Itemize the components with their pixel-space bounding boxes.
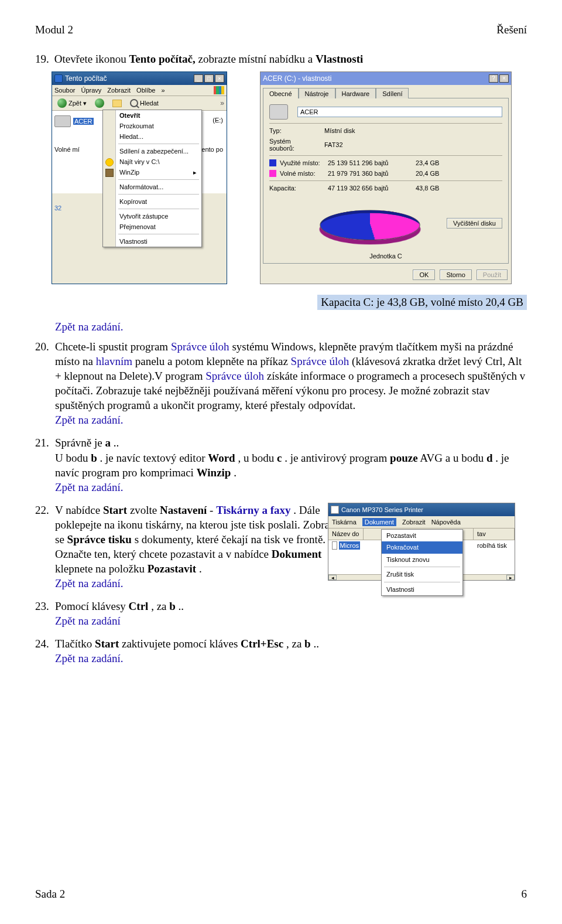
ctx-find[interactable]: Hledat...	[103, 131, 201, 142]
i22-m: .	[199, 562, 202, 575]
scroll-left-icon[interactable]: ◂	[328, 575, 337, 580]
ctx-share[interactable]: Sdílení a zabezpečení...	[103, 146, 201, 156]
type-label: Typ:	[269, 127, 315, 134]
cleanup-button[interactable]: Vyčištění disku	[447, 218, 502, 229]
context-menu: Otevřít Prozkoumat Hledat... Sdílení a z…	[102, 110, 202, 247]
back-link-24[interactable]: Zpět na zadání.	[55, 652, 124, 664]
page-header-left: Modul 2	[35, 23, 73, 36]
minimize-button[interactable]: _	[194, 74, 203, 83]
pmenu-dokument[interactable]: Dokument	[362, 518, 396, 527]
used-label: Využité místo:	[280, 159, 320, 166]
col-name: Název do	[328, 529, 364, 540]
tab-hardware[interactable]: Hardware	[335, 88, 376, 98]
i24-c: zaktivujete pomocí kláves	[122, 637, 241, 650]
i20-a: Chcete-li spustit program	[55, 340, 171, 353]
used-bytes: 25 139 511 296 bajtů	[328, 159, 416, 166]
item-20-number: 20.	[35, 339, 52, 427]
i22-f[interactable]: Tiskárny a faxy	[216, 504, 290, 516]
i20-link3[interactable]: Správce úloh	[291, 355, 349, 367]
i20-link4[interactable]: Správce úloh	[205, 370, 264, 382]
toolbar-more[interactable]: »	[220, 99, 224, 107]
free-label: Volné místo:	[280, 170, 316, 177]
capacity-highlight: Kapacita C: je 43,8 GB, volné místo 20,4…	[317, 295, 527, 310]
side-1: Volné mí	[54, 146, 80, 153]
pctx-pause[interactable]: Pozastavit	[382, 530, 462, 542]
fs-label: Systém souborů:	[269, 138, 315, 152]
maximize-button[interactable]: □	[204, 74, 214, 83]
tab-obecne[interactable]: Obecné	[263, 88, 299, 98]
drive-name-input[interactable]	[297, 107, 502, 117]
menu-soubor[interactable]: Soubor	[54, 87, 75, 94]
prop-tabs: Obecné Nástroje Hardware Sdílení	[261, 85, 511, 98]
back-link-21[interactable]: Zpět na zadání.	[55, 481, 124, 493]
back-link-23[interactable]: Zpět na zadání	[55, 615, 121, 627]
i22-c: zvolte	[130, 504, 160, 516]
tab-sdileni[interactable]: Sdílení	[376, 88, 409, 98]
help-button[interactable]: ?	[489, 74, 498, 83]
page-header-right: Řešení	[496, 23, 527, 36]
prop-titlebar: ACER (C:) - vlastnosti ? ×	[261, 72, 511, 85]
prop-panel: Typ:Místní disk Systém souborů:FAT32 Vyu…	[263, 98, 509, 264]
i20-link2[interactable]: hlavním	[96, 355, 132, 367]
printer-title: Canon MP370 Series Printer	[341, 506, 423, 514]
close-button[interactable]: ×	[499, 74, 509, 83]
ctx-open[interactable]: Otevřít	[103, 110, 201, 121]
i23-c: , za	[151, 600, 169, 612]
ctx-shortcut[interactable]: Vytvořit zástupce	[103, 211, 201, 221]
ctx-av-label: Najít viry v C:\	[119, 158, 159, 165]
i20-e: panelu a potom klepněte na příkaz	[135, 355, 291, 367]
chevron-right-icon: ▸	[193, 169, 197, 176]
item-23-number: 23.	[35, 599, 52, 628]
pctx-continue[interactable]: Pokračovat	[382, 541, 462, 554]
unit-label: Jednotka C	[269, 253, 502, 260]
screenshot-vlastnosti: ACER (C:) - vlastnosti ? × Obecné Nástro…	[260, 71, 512, 284]
back-link-19[interactable]: Zpět na zadání.	[55, 320, 124, 333]
ok-button[interactable]: OK	[413, 270, 435, 280]
tpc-toolbar: Zpět ▾ Hledat »	[52, 96, 227, 111]
menu-zobrazit[interactable]: Zobrazit	[107, 87, 131, 94]
forward-button[interactable]	[92, 97, 107, 109]
pmenu-napoveda[interactable]: Nápověda	[431, 518, 461, 527]
ctx-winzip[interactable]: WinZip ▸	[103, 167, 201, 178]
ctx-copy[interactable]: Kopírovat	[103, 196, 201, 207]
apply-button[interactable]: Použít	[477, 270, 508, 280]
drive-suffix: (E:)	[213, 117, 223, 124]
ctx-props[interactable]: Vlastnosti	[103, 236, 201, 247]
footer-right: 6	[522, 888, 527, 901]
pmenu-tiskarna[interactable]: Tiskárna	[332, 518, 357, 527]
i21-2g: . je antivirový program	[285, 452, 390, 464]
close-button[interactable]: ×	[215, 74, 224, 83]
back-link-22[interactable]: Zpět na zadání.	[55, 577, 124, 589]
i21-1c: ..	[114, 437, 119, 449]
search-button[interactable]: Hledat	[127, 98, 162, 108]
pctx-restart[interactable]: Tisknout znovu	[382, 554, 462, 566]
back-button[interactable]: Zpět ▾	[54, 97, 90, 109]
screenshot-tento-pocitac: Tento počítač _ □ × Soubor Úpravy Zobraz…	[52, 71, 227, 284]
i24-b: Start	[95, 637, 119, 650]
item-22-number: 22.	[35, 503, 52, 591]
side-2: ento po	[201, 146, 223, 153]
ctx-format[interactable]: Naformátovat...	[103, 182, 201, 192]
i21-2a: U bodu	[55, 452, 91, 464]
i24-d: Ctrl+Esc	[241, 637, 283, 650]
pctx-cancel[interactable]: Zrušit tisk	[382, 568, 462, 581]
item-20: 20. Chcete-li spustit program Správce úl…	[35, 339, 527, 427]
i19-t2: zobrazte místní nabídku a	[198, 53, 316, 65]
menu-more[interactable]: »	[162, 87, 165, 94]
ctx-av[interactable]: Najít viry v C:\	[103, 156, 201, 167]
menu-oblibene[interactable]: Oblíbe	[136, 87, 155, 94]
tpc-body: ACER (E:) Volné mí ento po Otevřít Prozk…	[52, 111, 227, 193]
back-link-20[interactable]: Zpět na zadání.	[55, 414, 124, 426]
tab-nastroje[interactable]: Nástroje	[299, 88, 335, 98]
ctx-explore[interactable]: Prozkoumat	[103, 121, 201, 131]
pmenu-zobrazit[interactable]: Zobrazit	[402, 518, 426, 527]
pctx-props[interactable]: Vlastnosti	[382, 584, 462, 596]
up-button[interactable]	[109, 98, 125, 108]
scroll-right-icon[interactable]: ▸	[506, 575, 515, 580]
i20-link1[interactable]: Správce úloh	[171, 340, 229, 353]
storno-button[interactable]: Storno	[440, 270, 471, 280]
item-24: 24. Tlačítko Start zaktivujete pomocí kl…	[35, 636, 527, 666]
ctx-rename[interactable]: Přejmenovat	[103, 221, 201, 232]
menu-upravy[interactable]: Úpravy	[81, 87, 101, 94]
i22-h: Správce tisku	[67, 533, 132, 545]
